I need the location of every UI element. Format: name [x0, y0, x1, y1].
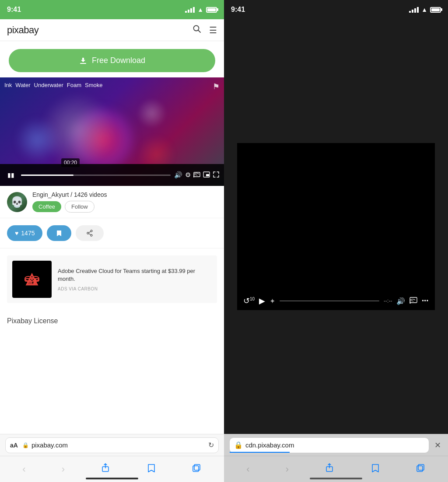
right-cast-icon[interactable] [410, 296, 417, 306]
right-play-button[interactable]: ▶ [259, 296, 265, 306]
control-icons: 🔊 ⚙ [174, 171, 220, 179]
video-player[interactable]: Ink Water Underwater Foam Smoke ⚑ 00:20 [0, 77, 224, 186]
right-video-container: ↺10 ▶ ✦ --:-- 🔊 ••• [224, 134, 448, 319]
heart-icon: ♥ [15, 230, 18, 237]
left-browser-bar: aA 🔒 pixabay.com ↻ [0, 434, 224, 456]
left-url-bar[interactable]: aA 🔒 pixabay.com ↻ [5, 437, 219, 453]
pause-button[interactable]: ▮▮ [4, 168, 18, 182]
adobe-icon [19, 266, 45, 293]
left-time: 9:41 [7, 6, 21, 14]
author-section: 💀 Engin_Akyurt / 1426 videos Coffee Foll… [0, 186, 224, 218]
content-inner: Free Download Ink [0, 41, 224, 434]
right-signal-bar-2 [412, 10, 413, 13]
right-status-bar: 9:41 ▲ [224, 0, 448, 19]
bookmarks-nav-button[interactable] [140, 460, 163, 479]
battery-fill [207, 8, 216, 11]
url-text: pixabay.com [32, 441, 206, 449]
author-avatar[interactable]: 💀 [7, 192, 27, 212]
ad-logo [12, 261, 52, 298]
menu-icon[interactable]: ☰ [209, 25, 217, 35]
nav-icons: ☰ [192, 24, 217, 35]
svg-point-4 [193, 176, 195, 177]
lock-icon: 🔒 [22, 442, 29, 448]
download-icon [79, 56, 88, 65]
font-size-control[interactable]: aA [10, 442, 18, 449]
svg-rect-23 [417, 466, 423, 472]
nav-bar: pixabay ☰ [0, 19, 224, 41]
left-panel: 9:41 ▲ pixabay ☰ [0, 0, 224, 482]
video-content [0, 77, 224, 168]
right-back-button[interactable]: ‹ [239, 460, 256, 479]
progress-bar[interactable] [21, 175, 171, 176]
tabs-nav-button[interactable] [185, 460, 209, 479]
right-rewind-button[interactable]: ↺10 [243, 296, 255, 306]
right-more-button[interactable]: ••• [422, 298, 429, 304]
tag-water: Water [15, 82, 30, 88]
coffee-button[interactable]: Coffee [32, 201, 61, 212]
signal-bar-4 [193, 7, 195, 13]
tag-underwater: Underwater [34, 82, 63, 88]
action-buttons: ♥ 1475 [0, 218, 224, 248]
svg-rect-6 [206, 174, 209, 176]
video-controls: ▮▮ 🔊 ⚙ [0, 164, 224, 186]
video-tags: Ink Water Underwater Foam Smoke [4, 82, 102, 88]
share-icon [86, 230, 93, 237]
settings-icon[interactable]: ⚙ [185, 171, 191, 179]
svg-point-9 [87, 232, 89, 234]
right-progress-bar[interactable] [280, 300, 379, 301]
right-video-controls: ↺10 ▶ ✦ --:-- 🔊 ••• [237, 292, 435, 310]
author-name: Engin_Akyurt / 1426 videos [32, 191, 217, 198]
right-bookmarks-nav-button[interactable] [364, 460, 387, 479]
right-time: 9:41 [231, 6, 245, 14]
likes-button[interactable]: ♥ 1475 [7, 225, 42, 241]
right-share-nav-button[interactable] [318, 460, 341, 479]
right-panel: 9:41 ▲ ↺10 ▶ ✦ [224, 0, 448, 482]
forward-button[interactable]: › [55, 460, 72, 479]
right-lock-icon: 🔒 [234, 441, 243, 449]
bookmark-button[interactable] [47, 225, 71, 241]
smoke-effect-5 [134, 96, 169, 131]
svg-rect-19 [410, 297, 417, 303]
content-area: Free Download Ink [0, 41, 224, 434]
wifi-icon: ▲ [197, 6, 203, 13]
left-bottom-nav: ‹ › [0, 456, 224, 482]
flag-icon[interactable]: ⚑ [213, 82, 220, 91]
right-signal-bar-1 [409, 11, 411, 13]
ad-section: Adobe Creative Cloud for Teams starting … [0, 248, 224, 310]
right-tabs-nav-button[interactable] [409, 460, 433, 479]
search-icon[interactable] [192, 24, 201, 35]
tag-smoke: Smoke [85, 82, 102, 88]
follow-button[interactable]: Follow [65, 201, 94, 213]
right-battery-icon [430, 7, 441, 13]
right-bottom-nav: ‹ › [224, 456, 448, 482]
right-volume-icon[interactable]: 🔊 [396, 297, 405, 305]
right-status-icons: ▲ [409, 6, 441, 13]
pip-icon[interactable] [203, 171, 210, 179]
author-info: Engin_Akyurt / 1426 videos Coffee Follow [32, 191, 217, 213]
right-url-bar[interactable]: 🔒 cdn.pixabay.com [229, 437, 429, 453]
close-tab-button[interactable]: ✕ [433, 440, 443, 450]
right-url-text: cdn.pixabay.com [245, 441, 424, 449]
svg-rect-2 [80, 63, 86, 64]
likes-count: 1475 [21, 230, 35, 237]
battery-icon [206, 7, 217, 13]
right-browser-bar: 🔒 cdn.pixabay.com ✕ [224, 434, 448, 456]
volume-icon[interactable]: 🔊 [174, 171, 182, 179]
left-status-icons: ▲ [185, 6, 217, 13]
cast-icon[interactable] [193, 171, 200, 179]
fullscreen-icon[interactable] [213, 171, 220, 179]
avatar-image: 💀 [10, 196, 24, 208]
svg-line-11 [89, 234, 91, 234]
ad-card[interactable]: Adobe Creative Cloud for Teams starting … [7, 255, 217, 303]
right-forward-button[interactable]: › [279, 460, 296, 479]
right-home-indicator [310, 478, 362, 479]
free-download-button[interactable]: Free Download [9, 49, 215, 72]
share-button[interactable] [76, 225, 104, 241]
refresh-icon[interactable]: ↻ [208, 441, 214, 449]
ad-source: ADS VIA CARBON [58, 286, 212, 291]
back-button[interactable]: ‹ [15, 460, 32, 479]
right-content: ↺10 ▶ ✦ --:-- 🔊 ••• [224, 19, 448, 434]
share-nav-button[interactable] [94, 460, 117, 479]
url-progress-indicator [230, 452, 290, 453]
download-label: Free Download [92, 56, 145, 65]
